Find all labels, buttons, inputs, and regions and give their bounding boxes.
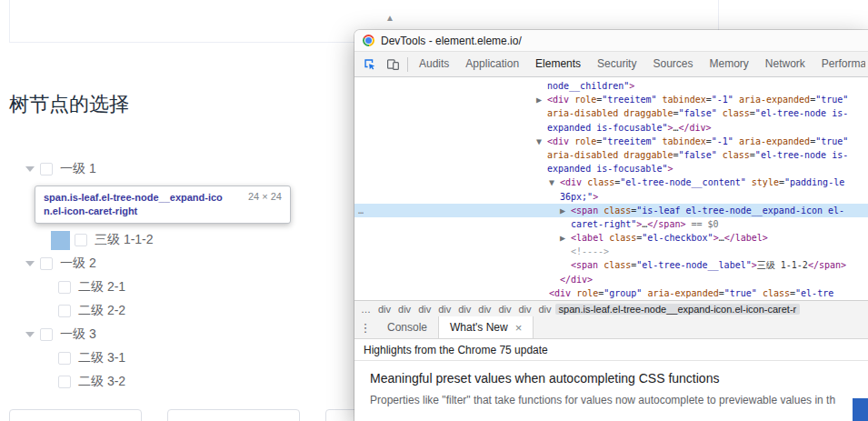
blue-corner-block: [853, 398, 868, 421]
checkbox[interactable]: [75, 234, 87, 246]
expand-ellipsis-icon[interactable]: …: [358, 204, 364, 217]
code-token: <span: [571, 205, 598, 216]
panel-tab-application[interactable]: Application: [457, 52, 527, 76]
devtools-toolbar: AuditsApplicationElementsSecuritySources…: [354, 52, 868, 77]
code-token: class: [604, 260, 631, 270]
breadcrumb-item[interactable]: div: [535, 304, 555, 315]
drawer-tab-console[interactable]: Console: [376, 316, 438, 338]
devtools-titlebar[interactable]: DevTools - element.eleme.io/: [354, 30, 868, 52]
panel-tab-network[interactable]: Network: [757, 52, 813, 76]
checkbox[interactable]: [58, 352, 71, 365]
code-line[interactable]: ▶ <div role="treeitem" tabindex="-1" ari…: [354, 93, 868, 106]
whats-new-body: Properties like "filter" that take funct…: [370, 394, 853, 406]
checkbox[interactable]: [58, 305, 71, 317]
code-token: "false": [679, 108, 717, 118]
breadcrumb-item[interactable]: …: [357, 304, 374, 315]
code-token: expanded is-focusable": [547, 123, 667, 133]
code-token: "padding-le: [784, 177, 844, 187]
code-line[interactable]: ▼ <div role="treeitem" tabindex="-1" ari…: [354, 135, 868, 148]
device-toolbar-icon[interactable]: [381, 53, 404, 76]
code-token: <div: [560, 177, 582, 187]
code-line[interactable]: ▼ <div class="el-tree-node__content" sty…: [354, 175, 868, 189]
kebab-menu-icon[interactable]: ⋮: [354, 316, 376, 338]
caret-down-icon[interactable]: [25, 166, 35, 172]
code-token: 三级 1-1-2: [757, 260, 808, 270]
tree-node[interactable]: 二级 2-1: [0, 276, 350, 299]
code-line[interactable]: <div role="group" aria-expanded="true" c…: [354, 286, 868, 300]
breadcrumb-item[interactable]: div: [414, 304, 434, 315]
panel-tab-sources[interactable]: Sources: [644, 52, 701, 76]
screenshot-root: ▲ 树节点的选择 一级 1三级 1-1-2一级 2二级 2-1二级 2-2一级 …: [0, 0, 868, 421]
code-line[interactable]: <!---->: [354, 245, 868, 258]
panel-tab-security[interactable]: Security: [589, 52, 644, 76]
breadcrumb-item[interactable]: div: [474, 304, 494, 315]
caret-top-icon: ▲: [385, 13, 394, 23]
tree-node[interactable]: 一级 1: [0, 157, 350, 181]
code-line[interactable]: <span class="el-tree-node__label">三级 1-1…: [354, 258, 868, 272]
checkbox[interactable]: [58, 281, 71, 294]
code-line[interactable]: expanded is-focusable">…</div>: [354, 121, 868, 135]
panel-tab-performance[interactable]: Performance: [813, 52, 865, 76]
code-token: aria-expanded: [739, 136, 810, 146]
checkbox[interactable]: [40, 328, 53, 341]
code-line[interactable]: node__children">: [354, 79, 868, 93]
devtools-window: DevTools - element.eleme.io/ AuditsAppli…: [354, 30, 868, 421]
drawer-tab-label: What's New: [450, 321, 508, 334]
panel-tab-audits[interactable]: Audits: [411, 52, 457, 76]
breadcrumb-item[interactable]: div: [434, 304, 454, 315]
code-token: "el-tree-node__content": [620, 177, 745, 187]
caret-down-icon[interactable]: [25, 261, 35, 266]
code-line[interactable]: caret-right">…</span> == $0: [354, 217, 868, 231]
tree-node-label: 二级 2-1: [78, 279, 125, 296]
code-token: </span>: [647, 219, 685, 229]
code-token: caret-right": [571, 219, 636, 229]
tooltip-selector-line: span.is-leaf.el-tree-node__expand-ico: [44, 191, 223, 205]
code-line[interactable]: </div>: [354, 273, 868, 286]
code-token: style: [752, 177, 779, 187]
code-line[interactable]: ▶ <label class="el-checkbox">…</label>: [354, 231, 868, 245]
caret-down-icon[interactable]: [25, 332, 35, 337]
code-line[interactable]: aria-disabled draggable="false" class="e…: [354, 148, 868, 162]
tree-node-label: 一级 2: [60, 256, 96, 272]
tree-node[interactable]: 二级 3-1: [0, 346, 350, 370]
code-token: <div: [549, 288, 571, 298]
breadcrumb-item-selected[interactable]: span.is-leaf.el-tree-node__expand-icon.e…: [555, 304, 801, 315]
checkbox[interactable]: [40, 257, 53, 270]
close-icon[interactable]: ×: [515, 322, 523, 334]
demo-button[interactable]: [9, 409, 142, 421]
code-line[interactable]: …▶ <span class="is-leaf el-tree-node__ex…: [354, 204, 868, 217]
tree-node[interactable]: 三级 1-1-2: [0, 228, 350, 252]
tree-node-label: 二级 3-2: [78, 374, 125, 390]
panel-tab-elements[interactable]: Elements: [527, 52, 589, 76]
drawer-tabbar: ⋮ Console What's New ×: [354, 316, 868, 339]
code-token: ▶: [536, 95, 547, 105]
checkbox[interactable]: [58, 376, 71, 388]
tooltip-dimensions: 24 × 24: [239, 191, 282, 218]
drawer-tab-whats-new[interactable]: What's New ×: [438, 316, 534, 338]
breadcrumb-item[interactable]: div: [374, 304, 394, 315]
breadcrumb-item[interactable]: div: [394, 304, 414, 315]
code-line[interactable]: expanded is-focusable">: [354, 162, 868, 175]
tree-node[interactable]: 一级 3: [0, 323, 350, 346]
code-token: >: [629, 81, 634, 91]
code-token: >: [667, 164, 673, 174]
code-token: draggable: [624, 108, 673, 118]
breadcrumb-item[interactable]: div: [514, 304, 534, 315]
inspect-element-icon[interactable]: [357, 53, 381, 76]
panel-tabs: AuditsApplicationElementsSecuritySources…: [411, 52, 865, 76]
tree-node[interactable]: 二级 2-2: [0, 299, 350, 323]
checkbox[interactable]: [40, 163, 53, 175]
code-token: ▶: [560, 233, 571, 243]
tree-node[interactable]: 一级 2: [0, 252, 350, 276]
tree-node[interactable]: 二级 3-2: [0, 370, 350, 394]
panel-tab-memory[interactable]: Memory: [702, 52, 757, 76]
demo-button[interactable]: [167, 409, 300, 421]
breadcrumb-item[interactable]: div: [494, 304, 514, 315]
code-line[interactable]: 36px;">: [354, 190, 868, 204]
tree-node-label: 二级 2-2: [78, 303, 125, 319]
code-token: <div: [547, 95, 569, 105]
code-token: draggable: [624, 150, 673, 160]
breadcrumb-item[interactable]: div: [454, 304, 474, 315]
code-token: "-1": [712, 95, 733, 105]
code-line[interactable]: aria-disabled draggable="false" class="e…: [354, 106, 868, 120]
